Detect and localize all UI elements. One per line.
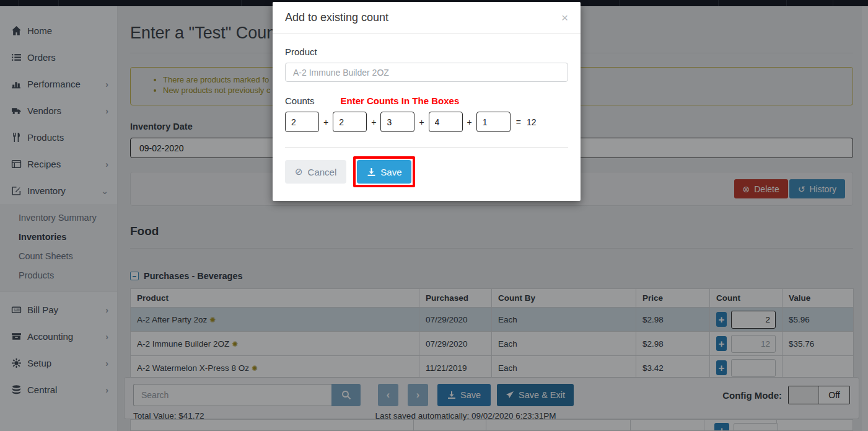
count-box-3[interactable] — [380, 112, 414, 132]
counts-label: Counts — [285, 96, 315, 106]
equals-sign: = — [516, 117, 521, 127]
modal-save-label: Save — [380, 167, 401, 177]
count-box-4[interactable] — [429, 112, 463, 132]
cancel-button-label: Cancel — [308, 167, 337, 177]
cancel-button[interactable]: ⊘ Cancel — [285, 160, 346, 184]
plus-sign: + — [467, 117, 472, 127]
product-input[interactable] — [285, 63, 568, 82]
plus-sign: + — [323, 117, 328, 127]
modal-title: Add to existing count — [285, 11, 561, 24]
product-label: Product — [285, 47, 568, 57]
annotation-text: Enter Counts In The Boxes — [341, 96, 460, 106]
add-to-count-modal: Add to existing count × Product Counts E… — [273, 2, 581, 201]
save-highlight-annotation: Save — [353, 156, 415, 187]
count-box-2[interactable] — [333, 112, 367, 132]
close-icon[interactable]: × — [561, 12, 568, 24]
ban-icon: ⊘ — [295, 166, 303, 177]
counts-total: 12 — [527, 117, 537, 127]
download-icon — [367, 167, 376, 177]
plus-sign: + — [371, 117, 376, 127]
count-box-1[interactable] — [285, 112, 319, 132]
modal-save-button[interactable]: Save — [357, 160, 411, 184]
count-box-5[interactable] — [476, 112, 511, 132]
plus-sign: + — [419, 117, 424, 127]
